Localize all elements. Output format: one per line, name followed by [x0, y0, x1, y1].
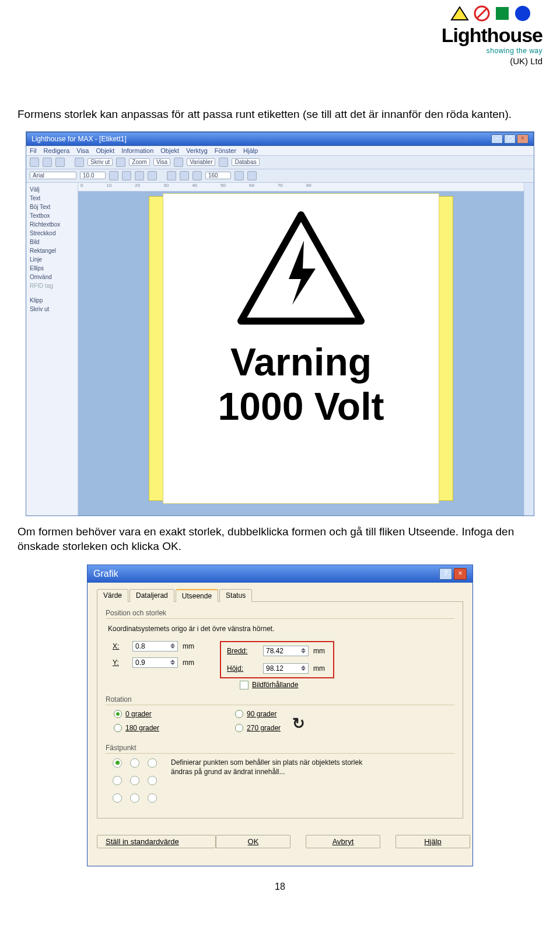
close-icon[interactable]: × — [517, 134, 528, 144]
tb-print-icon[interactable] — [75, 158, 84, 167]
logo-entity: (UK) Ltd — [442, 56, 542, 66]
aspect-checkbox[interactable] — [240, 681, 249, 689]
app-title: Lighthouse for MAX - [Etikett1] — [32, 135, 127, 143]
anchor-mc-radio[interactable] — [130, 776, 139, 785]
tool-skrivut[interactable]: Skriv ut — [29, 305, 75, 314]
anchor-bc-radio[interactable] — [130, 793, 139, 803]
tool-rekt[interactable]: Rektangel — [29, 246, 75, 255]
anchor-grid — [113, 758, 162, 807]
tb-formatA-icon[interactable] — [135, 171, 144, 180]
tool-linje[interactable]: Linje — [29, 255, 75, 264]
menu-objekt2[interactable]: Objekt — [160, 147, 179, 154]
grafik-dialog: Grafik ? × Värde Dataljerad Utseende Sta… — [87, 565, 473, 866]
tb-db-label[interactable]: Databas — [232, 158, 259, 166]
tool-panel: Välj Text Böj Text Textbox Richtextbox S… — [26, 183, 78, 515]
ok-button[interactable]: OK — [216, 835, 290, 848]
refresh-icon[interactable]: ↻ — [292, 715, 305, 733]
bredd-unit: mm — [313, 647, 327, 655]
tool-omvand[interactable]: Omvänd — [29, 273, 75, 281]
tool-rfid[interactable]: RFID tag — [29, 281, 75, 290]
tool-ellips[interactable]: Ellips — [29, 264, 75, 273]
tb-zoom-label[interactable]: Zoom — [129, 158, 150, 166]
x-unit: mm — [183, 642, 197, 650]
tb-val160[interactable]: 160 — [205, 172, 231, 179]
tab-utseende[interactable]: Utseende — [176, 589, 218, 602]
fontsize-select[interactable]: 10.0 — [80, 172, 106, 179]
tool-richtext[interactable]: Richtextbox — [29, 220, 75, 229]
x-label: X: — [113, 642, 128, 650]
rot0-radio[interactable] — [114, 710, 122, 718]
svg-line-2 — [477, 9, 487, 18]
anchor-mr-radio[interactable] — [148, 776, 157, 785]
anchor-bl-radio[interactable] — [113, 793, 122, 803]
rotation-group-label: Rotation — [106, 695, 454, 703]
tb-align1-icon[interactable] — [167, 171, 176, 180]
dialog-help-icon[interactable]: ? — [439, 568, 452, 580]
tool-bojtext[interactable]: Böj Text — [29, 203, 75, 211]
menu-information[interactable]: Information — [121, 147, 153, 154]
label-inner[interactable]: Varning 1000 Volt — [163, 193, 439, 504]
menu-fonster[interactable]: Fönster — [215, 147, 236, 154]
avbryt-button[interactable]: Avbryt — [306, 835, 380, 848]
app-window: Lighthouse for MAX - [Etikett1] – ▢ × Fi… — [26, 131, 534, 516]
anchor-br-radio[interactable] — [148, 793, 157, 803]
y-label: Y: — [113, 659, 128, 667]
menu-hjalp[interactable]: Hjälp — [243, 147, 258, 154]
rot180-label: 180 grader — [125, 724, 159, 732]
tb-misc2-icon[interactable] — [247, 171, 257, 180]
anchor-tr-radio[interactable] — [148, 758, 157, 768]
hojd-input[interactable]: 98.12 — [263, 663, 309, 674]
tool-textbox[interactable]: Textbox — [29, 211, 75, 220]
tb-visa-label[interactable]: Visa — [153, 158, 170, 166]
tb-align2-icon[interactable] — [180, 171, 189, 180]
tb-vars-label[interactable]: Variabler — [187, 158, 215, 166]
tb-db-icon[interactable] — [219, 158, 228, 167]
menu-verktyg[interactable]: Verktyg — [186, 147, 208, 154]
y-input[interactable]: 0.9 — [132, 657, 178, 668]
rot90-radio[interactable] — [235, 710, 243, 718]
tab-status[interactable]: Status — [219, 589, 252, 602]
menu-redigera[interactable]: Redigera — [44, 147, 70, 154]
hjalp-button[interactable]: Hjälp — [396, 835, 470, 848]
dialog-close-icon[interactable]: × — [454, 568, 467, 580]
scrollbar-right[interactable] — [524, 183, 534, 515]
menu-visa[interactable]: Visa — [76, 147, 89, 154]
minimize-icon[interactable]: – — [491, 134, 503, 144]
hojd-label: Höjd: — [227, 664, 258, 673]
tool-klipp[interactable]: Klipp — [29, 296, 75, 305]
tb-align3-icon[interactable] — [192, 171, 202, 180]
tb-misc1-icon[interactable] — [235, 171, 244, 180]
tool-streckkod[interactable]: Streckkod — [29, 229, 75, 238]
tool-text[interactable]: Text — [29, 194, 75, 203]
tb-zoom-icon[interactable] — [116, 158, 125, 167]
anchor-tc-radio[interactable] — [130, 758, 139, 768]
tb-new-icon[interactable] — [30, 158, 39, 167]
tb-formatB-icon[interactable] — [148, 171, 157, 180]
rot180-radio[interactable] — [114, 724, 122, 732]
toolbar-2: Arial 10.0 160 — [26, 169, 534, 183]
y-unit: mm — [183, 659, 197, 667]
anchor-ml-radio[interactable] — [113, 776, 122, 785]
rot270-radio[interactable] — [235, 724, 243, 732]
tb-bold-icon[interactable] — [109, 171, 118, 180]
font-select[interactable]: Arial — [30, 172, 76, 179]
tb-save-icon[interactable] — [55, 158, 65, 167]
anchor-tl-radio[interactable] — [113, 758, 122, 768]
stdvarde-button[interactable]: Ställ in standardvärde — [97, 835, 216, 848]
tab-dataljerad[interactable]: Dataljerad — [130, 589, 174, 602]
maximize-icon[interactable]: ▢ — [504, 134, 516, 144]
tool-bild[interactable]: Bild — [29, 238, 75, 246]
size-highlight-box: Bredd: 78.42 mm Höjd: 98.12 mm — [220, 641, 334, 678]
menu-objekt[interactable]: Objekt — [96, 147, 114, 154]
tb-open-icon[interactable] — [43, 158, 52, 167]
bredd-input[interactable]: 78.42 — [263, 646, 309, 656]
tab-varde[interactable]: Värde — [97, 589, 128, 602]
tb-vars-icon[interactable] — [174, 158, 183, 167]
tb-italic-icon[interactable] — [122, 171, 131, 180]
fastpunkt-text: Definierar punkten som behåller sin plat… — [171, 758, 381, 776]
menu-fil[interactable]: Fil — [30, 147, 37, 154]
x-input[interactable]: 0.8 — [132, 641, 178, 652]
canvas-area: 01020304050607080 Varning 1000 Volt — [78, 183, 524, 515]
tool-valj[interactable]: Välj — [29, 185, 75, 194]
tb-print-label[interactable]: Skriv ut — [88, 158, 113, 166]
